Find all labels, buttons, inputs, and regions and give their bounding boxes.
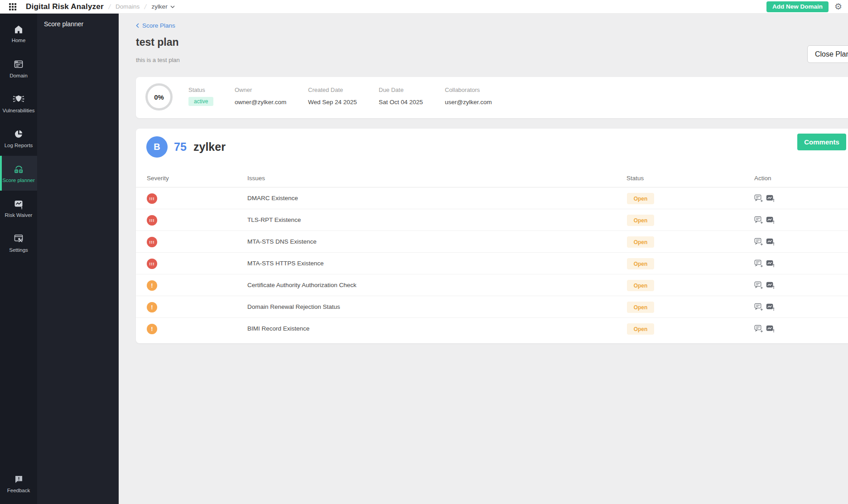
- action-column-header: Action: [754, 175, 771, 182]
- severity-column-header: Severity: [147, 175, 169, 182]
- status-field: Status active: [188, 86, 235, 106]
- owner-field: Owner owner@zylker.com: [235, 86, 308, 106]
- add-comment-icon[interactable]: [754, 194, 763, 203]
- primary-sidebar: Home Domain Vul: [0, 14, 37, 504]
- domain-name: zylker: [193, 140, 226, 154]
- request-waiver-icon[interactable]: [766, 281, 775, 290]
- chevron-left-icon: [136, 23, 139, 28]
- request-waiver-icon[interactable]: [766, 303, 775, 312]
- status-badge: Open: [627, 236, 654, 248]
- request-waiver-icon[interactable]: [766, 259, 775, 268]
- severity-badge: !: [147, 302, 157, 312]
- issue-name[interactable]: MTA-STS HTTPS Existence: [247, 260, 324, 267]
- secondary-sidebar-title[interactable]: Score planner: [37, 14, 119, 28]
- main-content: Score Plans test plan this is a test pla…: [119, 14, 848, 504]
- table-row[interactable]: !!! MTA-STS HTTPS Existence Open: [136, 253, 848, 274]
- breadcrumb-separator: /: [108, 3, 111, 10]
- issue-name[interactable]: TLS-RPT Existence: [247, 216, 301, 223]
- sidebar-item-label: Risk Waiver: [5, 212, 33, 218]
- status-badge: Open: [627, 323, 654, 335]
- table-row[interactable]: !!! MTA-STS DNS Existence Open: [136, 231, 848, 253]
- issue-name[interactable]: DMARC Existence: [247, 195, 298, 202]
- table-row[interactable]: ! BIMI Record Existence Open: [136, 318, 848, 340]
- add-comment-icon[interactable]: [754, 259, 763, 268]
- due-date-field: Due Date Sat Oct 04 2025: [379, 86, 445, 106]
- severity-badge: !!!: [147, 215, 157, 226]
- breadcrumb-current-domain: zylker: [151, 3, 167, 10]
- add-new-domain-button[interactable]: Add New Domain: [766, 1, 829, 12]
- chevron-down-icon: [170, 5, 175, 8]
- table-row[interactable]: !!! TLS-RPT Existence Open: [136, 209, 848, 231]
- issues-column-header: Issues: [247, 175, 265, 182]
- due-date-value: Sat Oct 04 2025: [379, 99, 445, 106]
- svg-text:A: A: [20, 170, 22, 173]
- collaborators-value: user@zylker.com: [445, 99, 492, 106]
- domain-issues-card: B 75 zylker Comments Severity Issues Sta…: [136, 129, 848, 343]
- sidebar-item-domain[interactable]: Domain: [0, 51, 37, 86]
- table-row[interactable]: ! Domain Renewal Rejection Status Open: [136, 296, 848, 318]
- issue-name[interactable]: BIMI Record Existence: [247, 325, 309, 332]
- sidebar-item-label: Home: [12, 38, 26, 43]
- apps-grid-icon[interactable]: [9, 3, 16, 10]
- shield-nodes-icon: [13, 94, 24, 105]
- request-waiver-icon[interactable]: [766, 325, 775, 333]
- back-to-score-plans-link[interactable]: Score Plans: [136, 22, 175, 29]
- score-planner-icon: D A: [13, 163, 24, 174]
- collaborators-field: Collaborators user@zylker.com: [445, 86, 492, 106]
- table-row[interactable]: !!! DMARC Existence Open: [136, 187, 848, 209]
- issue-name[interactable]: Certificate Authority Authorization Chec…: [247, 282, 357, 288]
- progress-value: 0%: [154, 93, 164, 101]
- created-date-label: Created Date: [308, 86, 379, 93]
- browser-window-icon: [13, 59, 24, 70]
- comments-button[interactable]: Comments: [797, 134, 846, 150]
- domain-selector[interactable]: zylker: [151, 3, 174, 10]
- severity-badge: !: [147, 280, 157, 291]
- row-actions: [754, 259, 775, 268]
- severity-badge: !: [147, 324, 157, 334]
- add-comment-icon[interactable]: [754, 303, 763, 312]
- severity-badge: !!!: [147, 259, 157, 269]
- sidebar-item-home[interactable]: Home: [0, 16, 37, 51]
- issues-table-body: !!! DMARC Existence Open !!! TLS-RPT Exi…: [136, 187, 848, 340]
- gear-icon[interactable]: ⚙: [834, 2, 842, 11]
- close-plan-button[interactable]: Close Plan: [807, 45, 848, 63]
- issues-table: Severity Issues Status Action !!! DMARC …: [136, 172, 848, 340]
- request-waiver-icon[interactable]: [766, 216, 775, 225]
- severity-badge: !!!: [147, 237, 157, 247]
- plan-summary-card: 0% Status active Owner owner@zylker.com …: [136, 77, 848, 118]
- row-actions: [754, 216, 775, 225]
- add-comment-icon[interactable]: [754, 238, 763, 246]
- app-title: Digital Risk Analyzer: [26, 2, 104, 11]
- sidebar-item-label: Vulnerabilities: [2, 108, 34, 113]
- top-header: Digital Risk Analyzer / Domains / zylker…: [0, 0, 848, 14]
- breadcrumb-domains[interactable]: Domains: [116, 3, 140, 10]
- home-icon: [13, 24, 24, 34]
- add-comment-icon[interactable]: [754, 281, 763, 290]
- status-badge: Open: [627, 215, 654, 226]
- page-title: test plan: [136, 36, 179, 48]
- issues-table-header: Severity Issues Status Action: [136, 172, 848, 187]
- sidebar-item-settings[interactable]: Settings: [0, 226, 37, 260]
- sidebar-item-score-planner[interactable]: D A Score planner: [0, 156, 37, 191]
- sidebar-item-feedback[interactable]: Feedback: [0, 468, 37, 499]
- sidebar-item-label: Settings: [9, 247, 28, 253]
- owner-value: owner@zylker.com: [235, 99, 308, 106]
- request-waiver-icon[interactable]: [766, 194, 775, 203]
- owner-label: Owner: [235, 86, 308, 93]
- sidebar-item-log-reports[interactable]: Log Reports: [0, 121, 37, 156]
- sidebar-item-vulnerabilities[interactable]: Vulnerabilities: [0, 86, 37, 121]
- add-comment-icon[interactable]: [754, 216, 763, 225]
- domain-score: 75: [174, 140, 187, 154]
- sidebar-item-risk-waiver[interactable]: Risk Waiver: [0, 191, 37, 226]
- issue-name[interactable]: Domain Renewal Rejection Status: [247, 303, 340, 310]
- add-comment-icon[interactable]: [754, 325, 763, 333]
- svg-text:D: D: [15, 170, 17, 173]
- page-subtitle: this is a test plan: [136, 57, 180, 63]
- table-row[interactable]: ! Certificate Authority Authorization Ch…: [136, 274, 848, 296]
- status-active-badge: active: [188, 97, 213, 106]
- breadcrumb-separator: /: [144, 3, 147, 10]
- issue-name[interactable]: MTA-STS DNS Existence: [247, 238, 317, 245]
- request-waiver-icon[interactable]: [766, 238, 775, 246]
- collaborators-label: Collaborators: [445, 86, 492, 93]
- status-column-header: Status: [626, 175, 644, 182]
